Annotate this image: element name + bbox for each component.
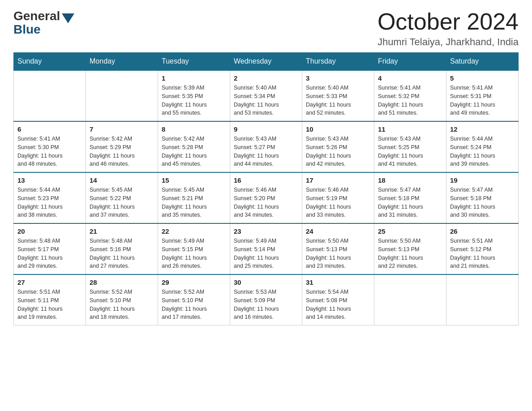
calendar-day-cell: 30Sunrise: 5:53 AMSunset: 5:09 PMDayligh… bbox=[230, 274, 302, 325]
header-row: SundayMondayTuesdayWednesdayThursdayFrid… bbox=[14, 53, 519, 71]
day-number: 19 bbox=[450, 176, 515, 184]
day-number: 27 bbox=[17, 278, 82, 286]
day-number: 29 bbox=[162, 278, 226, 286]
title-section: October 2024 Jhumri Telaiya, Jharkhand, … bbox=[378, 9, 519, 48]
calendar-day-cell: 10Sunrise: 5:43 AMSunset: 5:26 PMDayligh… bbox=[302, 121, 374, 172]
day-info: Sunrise: 5:41 AMSunset: 5:30 PMDaylight:… bbox=[17, 135, 82, 168]
calendar-day-cell bbox=[374, 274, 446, 325]
calendar-day-cell: 6Sunrise: 5:41 AMSunset: 5:30 PMDaylight… bbox=[14, 121, 86, 172]
day-number: 25 bbox=[378, 227, 442, 235]
calendar-day-cell: 22Sunrise: 5:49 AMSunset: 5:15 PMDayligh… bbox=[158, 223, 230, 274]
day-info: Sunrise: 5:43 AMSunset: 5:26 PMDaylight:… bbox=[306, 135, 370, 168]
day-info: Sunrise: 5:54 AMSunset: 5:08 PMDaylight:… bbox=[306, 288, 370, 321]
day-info: Sunrise: 5:43 AMSunset: 5:27 PMDaylight:… bbox=[234, 135, 298, 168]
day-number: 23 bbox=[234, 227, 298, 235]
day-number: 30 bbox=[234, 278, 298, 286]
day-number: 15 bbox=[162, 176, 226, 184]
calendar-day-cell: 14Sunrise: 5:45 AMSunset: 5:22 PMDayligh… bbox=[86, 172, 158, 223]
day-info: Sunrise: 5:50 AMSunset: 5:13 PMDaylight:… bbox=[378, 237, 442, 270]
day-number: 31 bbox=[306, 278, 370, 286]
day-info: Sunrise: 5:48 AMSunset: 5:16 PMDaylight:… bbox=[90, 237, 154, 270]
calendar-day-cell: 11Sunrise: 5:43 AMSunset: 5:25 PMDayligh… bbox=[374, 121, 446, 172]
calendar-week-row: 6Sunrise: 5:41 AMSunset: 5:30 PMDaylight… bbox=[14, 121, 519, 172]
day-info: Sunrise: 5:46 AMSunset: 5:19 PMDaylight:… bbox=[306, 186, 370, 219]
day-number: 7 bbox=[90, 125, 154, 133]
day-of-week-header: Saturday bbox=[446, 53, 519, 71]
day-info: Sunrise: 5:42 AMSunset: 5:29 PMDaylight:… bbox=[90, 135, 154, 168]
day-info: Sunrise: 5:49 AMSunset: 5:15 PMDaylight:… bbox=[162, 237, 226, 270]
day-number: 1 bbox=[162, 74, 226, 82]
day-number: 17 bbox=[306, 176, 370, 184]
day-number: 3 bbox=[306, 74, 370, 82]
calendar-day-cell: 16Sunrise: 5:46 AMSunset: 5:20 PMDayligh… bbox=[230, 172, 302, 223]
calendar-table: SundayMondayTuesdayWednesdayThursdayFrid… bbox=[13, 52, 519, 325]
day-number: 8 bbox=[162, 125, 226, 133]
day-info: Sunrise: 5:40 AMSunset: 5:34 PMDaylight:… bbox=[234, 84, 298, 117]
calendar-day-cell: 24Sunrise: 5:50 AMSunset: 5:13 PMDayligh… bbox=[302, 223, 374, 274]
calendar-day-cell: 20Sunrise: 5:48 AMSunset: 5:17 PMDayligh… bbox=[14, 223, 86, 274]
calendar-day-cell: 1Sunrise: 5:39 AMSunset: 5:35 PMDaylight… bbox=[158, 70, 230, 121]
calendar-day-cell: 17Sunrise: 5:46 AMSunset: 5:19 PMDayligh… bbox=[302, 172, 374, 223]
day-of-week-header: Tuesday bbox=[158, 53, 230, 71]
calendar-day-cell bbox=[14, 70, 86, 121]
calendar-day-cell: 23Sunrise: 5:49 AMSunset: 5:14 PMDayligh… bbox=[230, 223, 302, 274]
calendar-day-cell: 12Sunrise: 5:44 AMSunset: 5:24 PMDayligh… bbox=[446, 121, 519, 172]
calendar-day-cell bbox=[86, 70, 158, 121]
day-number: 24 bbox=[306, 227, 370, 235]
day-info: Sunrise: 5:46 AMSunset: 5:20 PMDaylight:… bbox=[234, 186, 298, 219]
day-info: Sunrise: 5:52 AMSunset: 5:10 PMDaylight:… bbox=[162, 288, 226, 321]
day-info: Sunrise: 5:52 AMSunset: 5:10 PMDaylight:… bbox=[90, 288, 154, 321]
calendar-day-cell: 31Sunrise: 5:54 AMSunset: 5:08 PMDayligh… bbox=[302, 274, 374, 325]
day-info: Sunrise: 5:39 AMSunset: 5:35 PMDaylight:… bbox=[162, 84, 226, 117]
day-info: Sunrise: 5:40 AMSunset: 5:33 PMDaylight:… bbox=[306, 84, 370, 117]
calendar-day-cell: 19Sunrise: 5:47 AMSunset: 5:18 PMDayligh… bbox=[446, 172, 519, 223]
day-of-week-header: Thursday bbox=[302, 53, 374, 71]
logo-blue-text: Blue bbox=[13, 22, 74, 37]
calendar-day-cell: 28Sunrise: 5:52 AMSunset: 5:10 PMDayligh… bbox=[86, 274, 158, 325]
day-number: 6 bbox=[17, 125, 82, 133]
page-header: General Blue October 2024 Jhumri Telaiya… bbox=[13, 9, 519, 48]
month-title: October 2024 bbox=[378, 9, 519, 34]
calendar-day-cell: 15Sunrise: 5:45 AMSunset: 5:21 PMDayligh… bbox=[158, 172, 230, 223]
calendar-day-cell: 5Sunrise: 5:41 AMSunset: 5:31 PMDaylight… bbox=[446, 70, 519, 121]
day-info: Sunrise: 5:43 AMSunset: 5:25 PMDaylight:… bbox=[378, 135, 442, 168]
day-info: Sunrise: 5:51 AMSunset: 5:11 PMDaylight:… bbox=[17, 288, 82, 321]
calendar-header: SundayMondayTuesdayWednesdayThursdayFrid… bbox=[14, 53, 519, 71]
day-info: Sunrise: 5:41 AMSunset: 5:31 PMDaylight:… bbox=[450, 84, 515, 117]
day-info: Sunrise: 5:41 AMSunset: 5:32 PMDaylight:… bbox=[378, 84, 442, 117]
calendar-day-cell: 2Sunrise: 5:40 AMSunset: 5:34 PMDaylight… bbox=[230, 70, 302, 121]
calendar-week-row: 27Sunrise: 5:51 AMSunset: 5:11 PMDayligh… bbox=[14, 274, 519, 325]
calendar-day-cell: 3Sunrise: 5:40 AMSunset: 5:33 PMDaylight… bbox=[302, 70, 374, 121]
day-info: Sunrise: 5:51 AMSunset: 5:12 PMDaylight:… bbox=[450, 237, 515, 270]
logo-general-text: General bbox=[13, 9, 60, 23]
day-of-week-header: Sunday bbox=[14, 53, 86, 71]
day-number: 2 bbox=[234, 74, 298, 82]
calendar-day-cell: 7Sunrise: 5:42 AMSunset: 5:29 PMDaylight… bbox=[86, 121, 158, 172]
day-info: Sunrise: 5:50 AMSunset: 5:13 PMDaylight:… bbox=[306, 237, 370, 270]
day-info: Sunrise: 5:44 AMSunset: 5:23 PMDaylight:… bbox=[17, 186, 82, 219]
day-of-week-header: Friday bbox=[374, 53, 446, 71]
calendar-day-cell: 25Sunrise: 5:50 AMSunset: 5:13 PMDayligh… bbox=[374, 223, 446, 274]
day-info: Sunrise: 5:47 AMSunset: 5:18 PMDaylight:… bbox=[450, 186, 515, 219]
location-title: Jhumri Telaiya, Jharkhand, India bbox=[378, 36, 519, 48]
day-info: Sunrise: 5:53 AMSunset: 5:09 PMDaylight:… bbox=[234, 288, 298, 321]
day-of-week-header: Wednesday bbox=[230, 53, 302, 71]
day-info: Sunrise: 5:44 AMSunset: 5:24 PMDaylight:… bbox=[450, 135, 515, 168]
calendar-day-cell: 27Sunrise: 5:51 AMSunset: 5:11 PMDayligh… bbox=[14, 274, 86, 325]
logo: General Blue bbox=[13, 9, 74, 37]
day-number: 26 bbox=[450, 227, 515, 235]
day-number: 14 bbox=[90, 176, 154, 184]
logo-triangle-icon bbox=[62, 13, 74, 23]
calendar-week-row: 13Sunrise: 5:44 AMSunset: 5:23 PMDayligh… bbox=[14, 172, 519, 223]
day-number: 12 bbox=[450, 125, 515, 133]
day-number: 4 bbox=[378, 74, 442, 82]
day-number: 13 bbox=[17, 176, 82, 184]
calendar-day-cell: 4Sunrise: 5:41 AMSunset: 5:32 PMDaylight… bbox=[374, 70, 446, 121]
calendar-day-cell: 8Sunrise: 5:42 AMSunset: 5:28 PMDaylight… bbox=[158, 121, 230, 172]
day-number: 5 bbox=[450, 74, 515, 82]
day-number: 28 bbox=[90, 278, 154, 286]
day-number: 21 bbox=[90, 227, 154, 235]
day-info: Sunrise: 5:49 AMSunset: 5:14 PMDaylight:… bbox=[234, 237, 298, 270]
day-of-week-header: Monday bbox=[86, 53, 158, 71]
day-info: Sunrise: 5:45 AMSunset: 5:22 PMDaylight:… bbox=[90, 186, 154, 219]
